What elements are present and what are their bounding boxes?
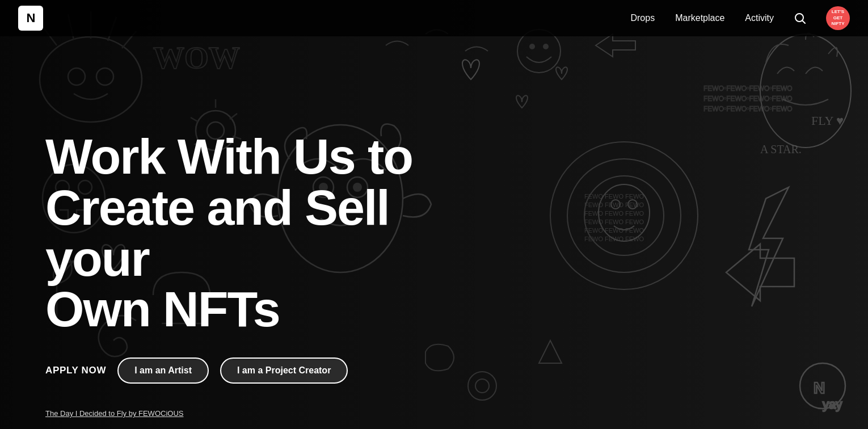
svg-line-58 (803, 21, 806, 24)
search-icon[interactable] (794, 12, 806, 24)
nav-activity[interactable]: Activity (745, 13, 774, 23)
user-avatar[interactable]: LET'SGETNIFTY (826, 6, 850, 30)
logo[interactable]: N (18, 6, 43, 31)
nav-drops[interactable]: Drops (630, 13, 655, 23)
apply-row: APPLY NOW I am an Artist I am a Project … (45, 358, 488, 384)
navigation: N Drops Marketplace Activity LET'SGETNIF… (0, 0, 868, 36)
apply-label: APPLY NOW (45, 365, 106, 376)
artist-button[interactable]: I am an Artist (117, 358, 209, 384)
hero-content: Work With Us to Create and Sell your Own… (45, 131, 488, 384)
hero-title: Work With Us to Create and Sell your Own… (45, 131, 488, 335)
hero-caption[interactable]: The Day I Decided to Fly by FEWOCiOUS (45, 409, 183, 418)
nav-marketplace[interactable]: Marketplace (675, 13, 724, 23)
nav-links: Drops Marketplace Activity LET'SGETNIFTY (630, 6, 850, 30)
hero-section: WOW (0, 0, 868, 429)
creator-button[interactable]: I am a Project Creator (220, 358, 348, 384)
